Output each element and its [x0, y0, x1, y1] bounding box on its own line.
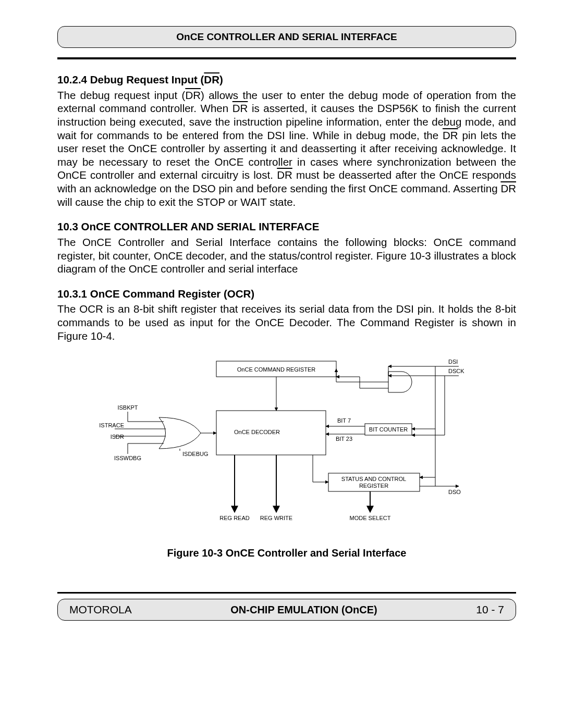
signal-dr: DR: [277, 169, 292, 181]
isdebug-label: ISDEBUG: [182, 451, 209, 457]
signal-dr: DR: [204, 73, 219, 85]
footer-right: 10 - 7: [476, 603, 504, 616]
body-text: The debug request input (: [57, 89, 185, 101]
figure-caption: Figure 10-3 OnCE Controller and Serial I…: [57, 547, 516, 560]
footer-center: ON-CHIP EMULATION (OnCE): [230, 604, 377, 616]
section-heading-10-3-1: 10.3.1 OnCE Command Register (OCR): [57, 287, 516, 301]
status-ctrl-label-2: REGISTER: [359, 483, 388, 489]
signal-dr: DR: [185, 89, 201, 101]
bit-counter-label: BIT COUNTER: [369, 426, 408, 433]
block-diagram-svg: OnCE COMMAND REGISTER OnCE DECODER BIT C…: [99, 356, 474, 533]
page: OnCE CONTROLLER AND SERIAL INTERFACE 10.…: [0, 0, 563, 728]
header-title: OnCE CONTROLLER AND SERIAL INTERFACE: [176, 31, 397, 43]
paragraph: The OCR is an 8-bit shift register that …: [57, 302, 516, 342]
dsck-label: DSCK: [448, 368, 464, 374]
signal-dr: DR: [500, 182, 516, 194]
section-heading-10-3: 10.3 OnCE CONTROLLER AND SERIAL INTERFAC…: [57, 220, 516, 233]
header-rule: [57, 57, 516, 59]
mode-select-label: MODE SELECT: [350, 515, 391, 521]
status-ctrl-label-1: STATUS AND CONTROL: [341, 476, 406, 482]
isswdbg-label: ISSWDBG: [114, 455, 141, 461]
section-heading-10-2-4: 10.2.4 Debug Request Input (DR): [57, 73, 516, 87]
heading-text: 10.2.4 Debug Request Input (: [57, 73, 204, 85]
signal-dr: DR: [443, 129, 458, 141]
footer-left: MOTOROLA: [69, 603, 132, 616]
dso-label: DSO: [448, 489, 461, 495]
bit7-label: BIT 7: [337, 417, 351, 424]
header-band: OnCE CONTROLLER AND SERIAL INTERFACE: [57, 26, 516, 48]
bit23-label: BIT 23: [336, 436, 352, 442]
isbkpt-label: ISBKPT: [117, 404, 138, 411]
body-text: will cause the chip to exit the STOP or …: [57, 196, 296, 208]
reg-read-label: REG READ: [219, 515, 250, 521]
reg-write-label: REG WRITE: [260, 515, 292, 521]
cmd-register-label: OnCE COMMAND REGISTER: [237, 366, 315, 373]
footer-band: MOTOROLA ON-CHIP EMULATION (OnCE) 10 - 7: [57, 599, 516, 621]
dsi-label: DSI: [448, 359, 458, 365]
isdr-label: ISDR: [111, 434, 124, 440]
signal-dr: DR: [232, 102, 248, 114]
heading-text: ): [219, 73, 223, 85]
footer-rule: [57, 592, 516, 594]
decoder-label: OnCE DECODER: [234, 429, 280, 435]
paragraph: The OnCE Controller and Serial Interface…: [57, 236, 516, 276]
istrace-label: ISTRACE: [99, 422, 124, 428]
paragraph: The debug request input (DR) allows the …: [57, 89, 516, 209]
figure-10-3-diagram: OnCE COMMAND REGISTER OnCE DECODER BIT C…: [57, 356, 516, 533]
content-area: 10.2.4 Debug Request Input (DR) The debu…: [57, 73, 516, 560]
